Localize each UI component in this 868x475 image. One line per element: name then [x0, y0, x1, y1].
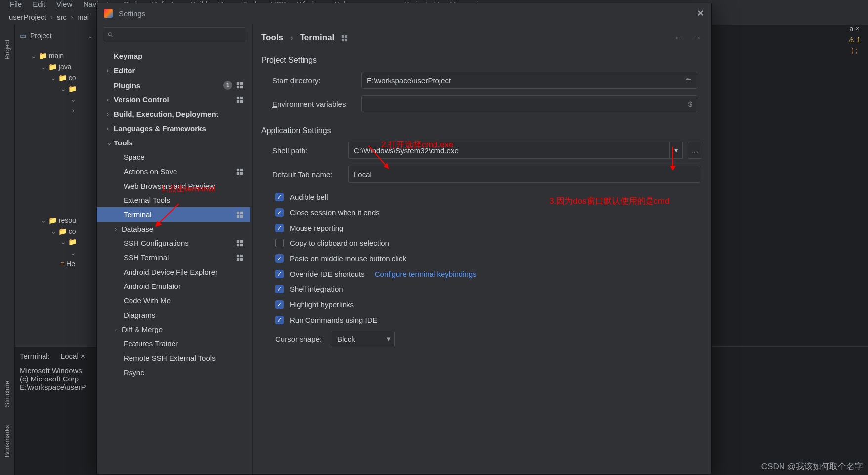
tab-structure[interactable]: Structure: [3, 381, 11, 407]
nav-editor[interactable]: ›Editor: [97, 63, 250, 78]
tab-project[interactable]: Project: [3, 40, 11, 59]
checkbox-icon[interactable]: [275, 208, 284, 217]
per-project-icon: [236, 82, 243, 89]
menu-view[interactable]: View: [56, 0, 72, 8]
per-project-icon: [236, 168, 243, 175]
shell-path-dropdown-icon[interactable]: ▾: [670, 142, 683, 159]
checkbox-icon[interactable]: [275, 300, 284, 309]
close-icon[interactable]: ✕: [697, 8, 704, 19]
nav-features-trainer[interactable]: Features Trainer: [97, 336, 250, 351]
per-project-icon: [236, 254, 243, 261]
checkbox-icon[interactable]: [275, 224, 284, 232]
forward-icon[interactable]: →: [692, 31, 702, 44]
nav-version-control[interactable]: ›Version Control: [97, 93, 250, 107]
nav-diff-merge[interactable]: ›Diff & Merge: [97, 322, 250, 336]
settings-search-input[interactable]: [118, 31, 242, 39]
start-directory-input[interactable]: [367, 76, 685, 85]
svg-rect-27: [345, 39, 347, 41]
tree-java[interactable]: java: [59, 63, 72, 71]
nav-diagrams[interactable]: Diagrams: [97, 308, 250, 322]
crumb-tools[interactable]: Tools: [261, 33, 283, 43]
settings-main-panel: Tools › Terminal ← → Project Settings St…: [253, 23, 711, 474]
tree-co2[interactable]: co: [69, 227, 76, 235]
right-gutter: a × ⚠ 1 ) ;: [841, 25, 868, 54]
svg-rect-13: [240, 211, 243, 214]
nav-web-browsers[interactable]: Web Browsers and Preview: [97, 179, 250, 193]
settings-search[interactable]: [103, 27, 246, 42]
nav-actions-on-save[interactable]: Actions on Save: [97, 164, 250, 179]
nav-database[interactable]: ›Database: [97, 222, 250, 236]
env-vars-expand-icon[interactable]: $: [688, 100, 692, 108]
nav-plugins[interactable]: Plugins 1: [97, 78, 250, 93]
env-vars-field[interactable]: $: [361, 95, 697, 112]
tree-resources[interactable]: resou: [59, 216, 76, 224]
nav-space[interactable]: Space: [97, 150, 250, 164]
nav-terminal[interactable]: Terminal: [97, 207, 250, 222]
crumb-1[interactable]: src: [57, 13, 67, 21]
check-paste-middle[interactable]: Paste on middle mouse button click: [261, 251, 702, 266]
shell-path-input[interactable]: [354, 146, 664, 155]
check-copy-clipboard[interactable]: Copy to clipboard on selection: [261, 236, 702, 251]
folder-icon: ▭: [20, 32, 26, 40]
section-application-settings: Application Settings: [261, 126, 702, 135]
gutter-doc-tab[interactable]: a ×: [850, 25, 860, 33]
per-project-icon: [236, 96, 243, 103]
nav-rsync[interactable]: Rsync: [97, 365, 250, 380]
nav-ssh-terminal[interactable]: SSH Terminal: [97, 250, 250, 265]
nav-lang[interactable]: ›Languages & Frameworks: [97, 121, 250, 136]
svg-rect-4: [237, 96, 239, 99]
tab-name-field[interactable]: [348, 166, 700, 183]
checkbox-icon[interactable]: [275, 316, 284, 324]
svg-rect-3: [240, 86, 243, 88]
watermark-text: CSDN @我该如何取个名字: [761, 461, 863, 472]
check-highlight-links[interactable]: Highlight hyperlinks: [261, 297, 702, 312]
checkbox-icon[interactable]: [275, 239, 284, 247]
nav-cwm[interactable]: Code With Me: [97, 293, 250, 308]
link-configure-keybindings[interactable]: Configure terminal keybindings: [371, 270, 477, 278]
check-audible-bell[interactable]: Audible bell: [261, 190, 702, 205]
shell-path-browse-button[interactable]: …: [688, 142, 702, 159]
nav-adfe[interactable]: Android Device File Explorer: [97, 265, 250, 279]
nav-tools[interactable]: ⌄Tools: [97, 136, 250, 150]
check-close-session[interactable]: Close session when it ends: [261, 205, 702, 220]
tree-co[interactable]: co: [69, 74, 76, 82]
label-shell-path: Shell path:: [261, 146, 348, 155]
svg-rect-8: [237, 168, 239, 171]
check-mouse-reporting[interactable]: Mouse reporting: [261, 220, 702, 236]
nav-bed[interactable]: ›Build, Execution, Deployment: [97, 107, 250, 121]
chevron-down-icon[interactable]: ⌄: [87, 32, 93, 40]
start-directory-field[interactable]: 🗀: [361, 72, 697, 89]
check-run-ide[interactable]: Run Commands using IDE: [261, 312, 702, 328]
svg-rect-15: [240, 215, 243, 217]
tree-he[interactable]: He: [66, 260, 75, 268]
checkbox-icon[interactable]: [275, 193, 284, 201]
back-icon[interactable]: ←: [674, 31, 685, 44]
browse-folder-icon[interactable]: 🗀: [685, 76, 692, 85]
nav-ssh-config[interactable]: SSH Configurations: [97, 236, 250, 250]
nav-remote-ssh[interactable]: Remote SSH External Tools: [97, 351, 250, 365]
shell-path-field[interactable]: [348, 142, 670, 159]
tab-name-input[interactable]: [354, 170, 695, 179]
svg-rect-26: [342, 39, 344, 41]
menu-file[interactable]: File: [10, 0, 22, 8]
crumb-0[interactable]: userProject: [9, 13, 46, 21]
crumb-2[interactable]: mai: [77, 13, 89, 21]
tab-bookmarks[interactable]: Bookmarks: [3, 425, 11, 457]
env-vars-input[interactable]: [367, 100, 688, 108]
svg-rect-25: [345, 35, 347, 38]
menu-edit[interactable]: Edit: [33, 0, 45, 8]
nav-keymap[interactable]: Keymap: [97, 49, 250, 63]
nav-external-tools[interactable]: External Tools: [97, 193, 250, 207]
terminal-tab-local[interactable]: Local ×: [57, 351, 89, 361]
checkbox-icon[interactable]: [275, 270, 284, 278]
crumb-terminal: Terminal: [300, 33, 335, 43]
nav-emu[interactable]: Android Emulator: [97, 279, 250, 293]
checkbox-icon[interactable]: [275, 254, 284, 263]
checkbox-icon[interactable]: [275, 285, 284, 293]
check-shell-integration[interactable]: Shell integration: [261, 282, 702, 297]
tree-main[interactable]: main: [49, 52, 64, 60]
check-override-shortcuts[interactable]: Override IDE shortcutsConfigure terminal…: [261, 266, 702, 282]
cursor-shape-select[interactable]: Block▾: [331, 331, 395, 347]
analyze-warn-badge[interactable]: ⚠ 1: [848, 36, 861, 44]
svg-rect-17: [240, 240, 243, 242]
